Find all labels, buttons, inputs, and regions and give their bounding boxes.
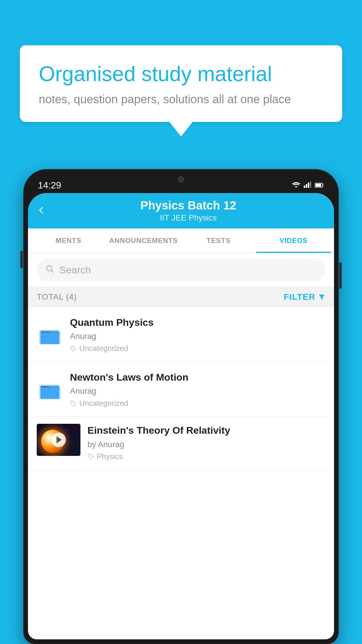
video-tag: Uncategorized xyxy=(70,399,325,408)
video-title: Einstein's Theory Of Relativity xyxy=(87,424,325,437)
filter-label: FILTER xyxy=(284,292,315,302)
video-list: Quantum Physics Anurag Uncategorized xyxy=(28,307,334,470)
total-count: TOTAL (4) xyxy=(37,292,77,302)
video-author: by Anurag xyxy=(87,440,325,449)
svg-rect-3 xyxy=(310,181,311,188)
svg-rect-5 xyxy=(315,184,321,187)
status-bar: 14:29 xyxy=(23,169,339,195)
svg-rect-9 xyxy=(41,333,59,344)
back-button[interactable] xyxy=(37,204,45,217)
batch-title: Physics Batch 12 xyxy=(51,199,325,212)
video-thumbnail xyxy=(37,424,80,456)
video-author: Anurag xyxy=(70,386,325,396)
list-item[interactable]: Einstein's Theory Of Relativity by Anura… xyxy=(28,417,334,470)
tab-ments[interactable]: MENTS xyxy=(31,228,106,253)
tag-label: Uncategorized xyxy=(79,344,128,353)
speech-bubble-container: Organised study material notes, question… xyxy=(20,45,342,136)
list-item[interactable]: Quantum Physics Anurag Uncategorized xyxy=(28,307,334,362)
search-input-wrapper[interactable]: Search xyxy=(37,259,325,281)
power-button[interactable] xyxy=(339,262,342,289)
signal-icon xyxy=(304,181,311,190)
speech-bubble-subtitle: notes, question papers, solutions all at… xyxy=(39,93,323,106)
speech-bubble-arrow xyxy=(169,122,193,136)
phone-frame: 14:29 xyxy=(23,169,339,644)
front-camera xyxy=(178,176,184,183)
tab-announcements[interactable]: ANNOUNCEMENTS xyxy=(106,228,181,253)
tab-bar: MENTS ANNOUNCEMENTS TESTS VIDEOS xyxy=(28,228,334,253)
svg-point-10 xyxy=(72,347,73,348)
folder-icon xyxy=(37,321,63,348)
tab-tests[interactable]: TESTS xyxy=(181,228,256,253)
svg-rect-13 xyxy=(41,388,59,399)
video-info: Newton's Laws of Motion Anurag Uncategor… xyxy=(70,371,325,408)
phone-screen: Physics Batch 12 IIT JEE Physics MENTS A… xyxy=(28,193,334,639)
phone-notch xyxy=(152,169,210,190)
search-icon xyxy=(45,264,54,276)
video-author: Anurag xyxy=(70,332,325,341)
play-button[interactable] xyxy=(51,433,66,447)
tag-label: Uncategorized xyxy=(79,399,128,408)
filter-bar: TOTAL (4) FILTER xyxy=(28,287,334,307)
search-bar-container: Search xyxy=(28,253,334,287)
header-center: Physics Batch 12 IIT JEE Physics xyxy=(51,199,325,223)
batch-subtitle: IIT JEE Physics xyxy=(51,213,325,223)
svg-point-14 xyxy=(72,402,73,402)
search-input[interactable]: Search xyxy=(59,264,91,276)
svg-rect-0 xyxy=(304,186,305,188)
folder-icon xyxy=(37,376,63,402)
video-title: Newton's Laws of Motion xyxy=(70,371,325,384)
video-info: Einstein's Theory Of Relativity by Anura… xyxy=(87,424,325,461)
svg-rect-2 xyxy=(308,183,309,188)
filter-button[interactable]: FILTER xyxy=(284,292,325,302)
video-info: Quantum Physics Anurag Uncategorized xyxy=(70,316,325,353)
phone-time: 14:29 xyxy=(38,180,61,191)
battery-icon xyxy=(315,181,324,190)
app-header: Physics Batch 12 IIT JEE Physics xyxy=(28,193,334,228)
speech-bubble: Organised study material notes, question… xyxy=(20,45,342,122)
wifi-icon xyxy=(292,181,300,190)
video-tag: Uncategorized xyxy=(70,344,325,353)
svg-point-15 xyxy=(89,455,90,456)
tag-label: Physics xyxy=(97,452,123,461)
video-title: Quantum Physics xyxy=(70,316,325,329)
tab-videos[interactable]: VIDEOS xyxy=(256,228,331,253)
status-icons xyxy=(292,181,324,190)
speech-bubble-title: Organised study material xyxy=(39,61,323,86)
video-tag: Physics xyxy=(87,452,325,461)
svg-rect-1 xyxy=(306,184,307,188)
volume-up-button[interactable] xyxy=(20,251,23,268)
list-item[interactable]: Newton's Laws of Motion Anurag Uncategor… xyxy=(28,362,334,417)
